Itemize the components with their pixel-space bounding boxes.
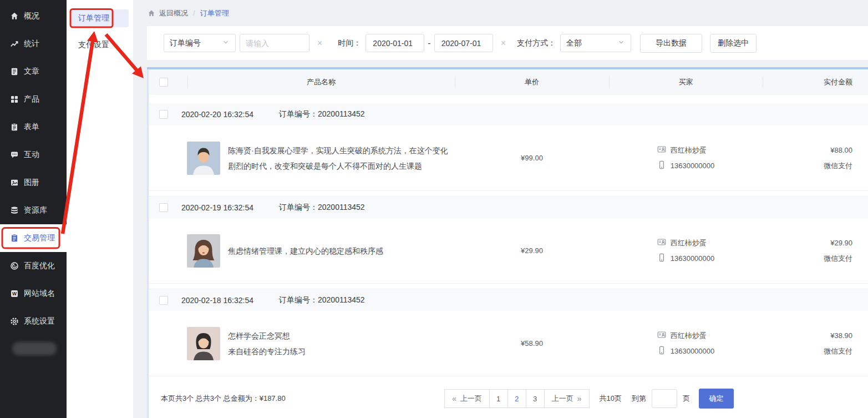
sidebar-item-interaction[interactable]: 互动 xyxy=(0,141,67,169)
buyer-phone: 13630000000 xyxy=(671,347,715,355)
search-keyword-field xyxy=(240,34,309,52)
filter-bar: 订单编号 × 时间： - × 支付方式： 全部 导出数据 删除选中 xyxy=(147,26,868,60)
sidebar-item-overview[interactable]: 概况 xyxy=(0,2,67,30)
sidebar-item-system-settings[interactable]: 系统设置 xyxy=(0,308,67,335)
product-image xyxy=(187,234,220,268)
delete-selected-button[interactable]: 删除选中 xyxy=(710,34,757,53)
prev-page-button[interactable]: « 上一页 xyxy=(444,389,490,408)
spacer xyxy=(133,60,868,67)
svg-text:W: W xyxy=(12,291,17,296)
buyer-name: 西红柿炒蛋 xyxy=(671,145,707,155)
header-buyer: 买家 xyxy=(609,69,763,95)
sidebar-item-articles[interactable]: 文章 xyxy=(0,58,67,85)
site-domain-icon: W xyxy=(10,289,19,298)
app: 概况 统计 文章 产品 表单 互动 图册 资源库 xyxy=(0,0,868,418)
sidebar-item-label: 统计 xyxy=(24,39,39,49)
total-pages-text: 共10页 xyxy=(600,394,622,404)
next-page-button[interactable]: 上一页 » xyxy=(544,389,590,408)
submenu-item-order-management[interactable]: 订单管理 xyxy=(71,9,129,27)
phone-icon xyxy=(657,253,666,264)
payment-method-select[interactable]: 全部 xyxy=(560,34,631,52)
date-from-input[interactable] xyxy=(373,39,417,48)
paid-amount-cell: ¥38.90 微信支付 xyxy=(763,328,868,359)
search-keyword-input[interactable] xyxy=(246,39,303,48)
clear-search-icon[interactable]: × xyxy=(317,39,322,48)
header-unit-price: 单价 xyxy=(455,69,609,95)
date-to-input[interactable] xyxy=(441,39,486,48)
sidebar-item-stats[interactable]: 统计 xyxy=(0,30,67,58)
breadcrumb-back-link[interactable]: 返回概况 xyxy=(159,8,188,18)
confirm-button[interactable]: 确定 xyxy=(699,389,734,409)
stats-icon xyxy=(10,39,19,48)
id-card-icon xyxy=(657,238,666,248)
buyer-phone: 13630000000 xyxy=(671,162,715,170)
goto-page-input[interactable] xyxy=(652,389,677,408)
table-row: 焦虑情绪管理课，建立内心的稳定感和秩序感 ¥29.90 西红柿炒蛋 136300… xyxy=(147,218,868,284)
paid-amount-cell: ¥29.90 微信支付 xyxy=(763,235,868,266)
order-checkbox[interactable] xyxy=(159,203,168,212)
paid-amount: ¥38.90 xyxy=(763,328,852,344)
sidebar-item-label: 互动 xyxy=(24,150,39,160)
chevron-down-icon xyxy=(222,38,230,48)
buyer-cell: 西红柿炒蛋 13630000000 xyxy=(609,145,763,171)
select-all-cell xyxy=(147,78,187,87)
export-data-button[interactable]: 导出数据 xyxy=(640,34,702,53)
buyer-cell: 西红柿炒蛋 13630000000 xyxy=(609,238,763,264)
phone-icon xyxy=(657,160,666,171)
unit-price-cell: ¥99.00 xyxy=(455,154,609,162)
buyer-cell: 西红柿炒蛋 13630000000 xyxy=(609,330,763,356)
product-title: 焦虑情绪管理课，建立内心的稳定感和秩序感 xyxy=(228,243,383,259)
payment-method-label: 支付方式： xyxy=(517,38,556,48)
page-number-2-current[interactable]: 2 xyxy=(507,389,526,408)
order-group-header: 2020-02-20 16:32:54 订单编号：20200113452 xyxy=(147,103,868,125)
product-title: 陈海贤·自我发展心理学，实现人生突破的系统方法，在这个变化剧烈的时代，改变和突破… xyxy=(228,143,455,174)
product-title: 怎样学会正念冥想 来自硅谷的专注力练习 xyxy=(228,328,306,359)
header-product-name: 产品名称 xyxy=(187,69,455,95)
sidebar-item-label: 产品 xyxy=(24,94,39,104)
interaction-icon xyxy=(10,150,19,159)
sidebar-item-products[interactable]: 产品 xyxy=(0,85,67,113)
product-cell: 怎样学会正念冥想 来自硅谷的专注力练习 xyxy=(147,327,455,360)
paid-amount-cell: ¥88.00 微信支付 xyxy=(763,143,868,174)
order-group-header: 2020-02-19 16:32:54 订单编号：20200113452 xyxy=(147,196,868,218)
spacer xyxy=(147,191,868,196)
sidebar-item-label: 概况 xyxy=(24,11,39,21)
goto-page-unit: 页 xyxy=(683,394,690,404)
sidebar-item-trade-management[interactable]: 交易管理 xyxy=(0,224,67,252)
pagination: « 上一页 1 2 3 上一页 » 共10页 到第 页 确定 xyxy=(445,389,734,409)
trade-submenu: 订单管理 支付设置 xyxy=(67,0,133,418)
paid-amount: ¥88.00 xyxy=(763,143,852,158)
order-datetime: 2020-02-19 16:32:54 xyxy=(181,203,253,212)
submenu-item-payment-settings[interactable]: 支付设置 xyxy=(71,36,129,54)
page-number-1[interactable]: 1 xyxy=(489,389,508,408)
sidebar-item-baidu-seo[interactable]: 百度优化 xyxy=(0,252,67,280)
sidebar-item-forms[interactable]: 表单 xyxy=(0,113,67,141)
order-group-header: 2020-02-18 16:32:54 订单编号：20200113452 xyxy=(147,289,868,311)
clear-date-icon[interactable]: × xyxy=(501,39,506,48)
date-from-field xyxy=(366,34,424,52)
sidebar-item-resource-library[interactable]: 资源库 xyxy=(0,197,67,224)
order-checkbox[interactable] xyxy=(159,296,168,305)
order-checkbox[interactable] xyxy=(159,110,168,119)
page-number-3[interactable]: 3 xyxy=(526,389,545,408)
header-paid-amount: 实付金额 xyxy=(763,69,868,95)
id-card-icon xyxy=(657,145,666,155)
resource-library-icon xyxy=(10,206,19,215)
sidebar-item-gallery[interactable]: 图册 xyxy=(0,169,67,197)
date-range-dash: - xyxy=(428,38,430,48)
buyer-name: 西红柿炒蛋 xyxy=(671,331,707,341)
search-type-select[interactable]: 订单编号 xyxy=(164,34,236,52)
sidebar-item-label: 资源库 xyxy=(24,205,47,215)
order-number: 订单编号：20200113452 xyxy=(279,295,365,305)
settings-gear-icon xyxy=(10,317,19,326)
payment-method: 微信支付 xyxy=(763,251,852,266)
table-row: 怎样学会正念冥想 来自硅谷的专注力练习 ¥58.90 西红柿炒蛋 1363000… xyxy=(147,311,868,376)
goto-page-label: 到第 xyxy=(632,394,646,404)
submenu-item-label: 订单管理 xyxy=(78,13,109,23)
sidebar-item-label: 百度优化 xyxy=(24,261,55,271)
double-chevron-right-icon: » xyxy=(577,394,582,403)
spacer xyxy=(147,284,868,289)
sidebar-item-label: 交易管理 xyxy=(24,233,55,243)
sidebar-item-site-domain[interactable]: W 网站域名 xyxy=(0,280,67,308)
select-all-checkbox[interactable] xyxy=(159,78,168,87)
